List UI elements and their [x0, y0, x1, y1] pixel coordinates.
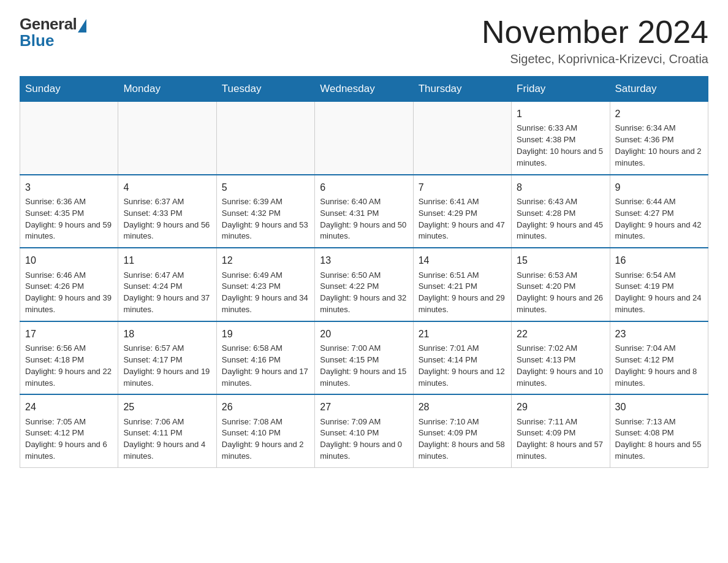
logo: General Blue [20, 15, 86, 50]
day-number: 20 [320, 327, 408, 341]
day-number: 22 [517, 327, 604, 341]
day-info: Sunrise: 6:39 AM Sunset: 4:32 PM Dayligh… [222, 196, 309, 242]
day-number: 10 [25, 253, 113, 267]
calendar-day-cell: 4Sunrise: 6:37 AM Sunset: 4:33 PM Daylig… [118, 175, 216, 248]
day-info: Sunrise: 7:04 AM Sunset: 4:12 PM Dayligh… [615, 343, 703, 389]
calendar-day-cell: 17Sunrise: 6:56 AM Sunset: 4:18 PM Dayli… [20, 321, 118, 395]
calendar-day-cell: 15Sunrise: 6:53 AM Sunset: 4:20 PM Dayli… [512, 248, 610, 321]
calendar-day-cell [118, 102, 216, 175]
day-info: Sunrise: 6:47 AM Sunset: 4:24 PM Dayligh… [123, 270, 211, 316]
calendar-week-row: 10Sunrise: 6:46 AM Sunset: 4:26 PM Dayli… [20, 248, 708, 321]
calendar-day-cell: 16Sunrise: 6:54 AM Sunset: 4:19 PM Dayli… [610, 248, 708, 321]
day-number: 18 [123, 327, 211, 341]
day-info: Sunrise: 6:34 AM Sunset: 4:36 PM Dayligh… [615, 123, 703, 169]
day-info: Sunrise: 6:33 AM Sunset: 4:38 PM Dayligh… [517, 123, 604, 169]
calendar-day-cell: 11Sunrise: 6:47 AM Sunset: 4:24 PM Dayli… [118, 248, 216, 321]
day-info: Sunrise: 7:01 AM Sunset: 4:14 PM Dayligh… [419, 343, 506, 389]
day-number: 29 [517, 400, 604, 414]
day-info: Sunrise: 6:57 AM Sunset: 4:17 PM Dayligh… [123, 343, 211, 389]
calendar-week-row: 17Sunrise: 6:56 AM Sunset: 4:18 PM Dayli… [20, 321, 708, 395]
day-of-week-header: Thursday [413, 77, 511, 102]
day-number: 28 [419, 400, 506, 414]
day-number: 9 [615, 180, 703, 194]
calendar-week-row: 24Sunrise: 7:05 AM Sunset: 4:12 PM Dayli… [20, 394, 708, 467]
calendar-header-row: SundayMondayTuesdayWednesdayThursdayFrid… [20, 77, 708, 102]
day-info: Sunrise: 6:53 AM Sunset: 4:20 PM Dayligh… [517, 270, 604, 316]
day-info: Sunrise: 6:49 AM Sunset: 4:23 PM Dayligh… [222, 270, 309, 316]
calendar-day-cell: 29Sunrise: 7:11 AM Sunset: 4:09 PM Dayli… [512, 394, 610, 467]
calendar-day-cell [216, 102, 314, 175]
day-of-week-header: Monday [118, 77, 216, 102]
day-info: Sunrise: 6:54 AM Sunset: 4:19 PM Dayligh… [615, 270, 703, 316]
logo-triangle-icon [78, 19, 86, 33]
day-number: 16 [615, 253, 703, 267]
calendar-day-cell: 9Sunrise: 6:44 AM Sunset: 4:27 PM Daylig… [610, 175, 708, 248]
day-info: Sunrise: 6:51 AM Sunset: 4:21 PM Dayligh… [419, 270, 506, 316]
calendar-day-cell: 7Sunrise: 6:41 AM Sunset: 4:29 PM Daylig… [413, 175, 511, 248]
day-number: 27 [320, 400, 408, 414]
page-header: General Blue November 2024 Sigetec, Kopr… [20, 15, 708, 66]
day-of-week-header: Saturday [610, 77, 708, 102]
calendar-day-cell: 24Sunrise: 7:05 AM Sunset: 4:12 PM Dayli… [20, 394, 118, 467]
calendar-day-cell: 8Sunrise: 6:43 AM Sunset: 4:28 PM Daylig… [512, 175, 610, 248]
day-info: Sunrise: 6:58 AM Sunset: 4:16 PM Dayligh… [222, 343, 309, 389]
day-info: Sunrise: 7:05 AM Sunset: 4:12 PM Dayligh… [25, 416, 113, 462]
calendar-week-row: 3Sunrise: 6:36 AM Sunset: 4:35 PM Daylig… [20, 175, 708, 248]
day-number: 25 [123, 400, 211, 414]
day-info: Sunrise: 7:02 AM Sunset: 4:13 PM Dayligh… [517, 343, 604, 389]
day-number: 2 [615, 107, 703, 121]
day-number: 24 [25, 400, 113, 414]
day-number: 19 [222, 327, 309, 341]
calendar-day-cell: 26Sunrise: 7:08 AM Sunset: 4:10 PM Dayli… [216, 394, 314, 467]
day-number: 1 [517, 107, 604, 121]
day-info: Sunrise: 6:36 AM Sunset: 4:35 PM Dayligh… [25, 196, 113, 242]
day-info: Sunrise: 7:06 AM Sunset: 4:11 PM Dayligh… [123, 416, 211, 462]
day-number: 21 [419, 327, 506, 341]
calendar-table: SundayMondayTuesdayWednesdayThursdayFrid… [20, 76, 708, 468]
calendar-day-cell: 22Sunrise: 7:02 AM Sunset: 4:13 PM Dayli… [512, 321, 610, 395]
calendar-day-cell: 30Sunrise: 7:13 AM Sunset: 4:08 PM Dayli… [610, 394, 708, 467]
calendar-day-cell [413, 102, 511, 175]
day-number: 12 [222, 253, 309, 267]
day-number: 8 [517, 180, 604, 194]
calendar-day-cell: 18Sunrise: 6:57 AM Sunset: 4:17 PM Dayli… [118, 321, 216, 395]
calendar-day-cell [20, 102, 118, 175]
day-number: 6 [320, 180, 408, 194]
day-info: Sunrise: 6:50 AM Sunset: 4:22 PM Dayligh… [320, 270, 408, 316]
calendar-day-cell: 20Sunrise: 7:00 AM Sunset: 4:15 PM Dayli… [315, 321, 413, 395]
day-number: 30 [615, 400, 703, 414]
day-number: 26 [222, 400, 309, 414]
day-info: Sunrise: 6:44 AM Sunset: 4:27 PM Dayligh… [615, 196, 703, 242]
day-number: 14 [419, 253, 506, 267]
logo-blue-text: Blue [20, 31, 86, 50]
location-subtitle: Sigetec, Koprivnica-Krizevci, Croatia [482, 52, 708, 66]
calendar-day-cell: 14Sunrise: 6:51 AM Sunset: 4:21 PM Dayli… [413, 248, 511, 321]
day-info: Sunrise: 6:37 AM Sunset: 4:33 PM Dayligh… [123, 196, 211, 242]
calendar-day-cell: 13Sunrise: 6:50 AM Sunset: 4:22 PM Dayli… [315, 248, 413, 321]
day-of-week-header: Tuesday [216, 77, 314, 102]
day-info: Sunrise: 6:43 AM Sunset: 4:28 PM Dayligh… [517, 196, 604, 242]
calendar-day-cell: 2Sunrise: 6:34 AM Sunset: 4:36 PM Daylig… [610, 102, 708, 175]
calendar-day-cell: 10Sunrise: 6:46 AM Sunset: 4:26 PM Dayli… [20, 248, 118, 321]
day-info: Sunrise: 7:00 AM Sunset: 4:15 PM Dayligh… [320, 343, 408, 389]
day-number: 5 [222, 180, 309, 194]
day-number: 4 [123, 180, 211, 194]
day-of-week-header: Friday [512, 77, 610, 102]
title-area: November 2024 Sigetec, Koprivnica-Krizev… [482, 15, 708, 66]
calendar-day-cell: 1Sunrise: 6:33 AM Sunset: 4:38 PM Daylig… [512, 102, 610, 175]
day-info: Sunrise: 7:09 AM Sunset: 4:10 PM Dayligh… [320, 416, 408, 462]
day-info: Sunrise: 7:10 AM Sunset: 4:09 PM Dayligh… [419, 416, 506, 462]
calendar-week-row: 1Sunrise: 6:33 AM Sunset: 4:38 PM Daylig… [20, 102, 708, 175]
day-info: Sunrise: 7:13 AM Sunset: 4:08 PM Dayligh… [615, 416, 703, 462]
day-number: 13 [320, 253, 408, 267]
day-number: 3 [25, 180, 113, 194]
day-number: 15 [517, 253, 604, 267]
calendar-day-cell: 3Sunrise: 6:36 AM Sunset: 4:35 PM Daylig… [20, 175, 118, 248]
day-number: 23 [615, 327, 703, 341]
day-of-week-header: Sunday [20, 77, 118, 102]
calendar-day-cell: 27Sunrise: 7:09 AM Sunset: 4:10 PM Dayli… [315, 394, 413, 467]
day-info: Sunrise: 7:08 AM Sunset: 4:10 PM Dayligh… [222, 416, 309, 462]
calendar-day-cell: 12Sunrise: 6:49 AM Sunset: 4:23 PM Dayli… [216, 248, 314, 321]
calendar-day-cell: 6Sunrise: 6:40 AM Sunset: 4:31 PM Daylig… [315, 175, 413, 248]
calendar-day-cell: 19Sunrise: 6:58 AM Sunset: 4:16 PM Dayli… [216, 321, 314, 395]
